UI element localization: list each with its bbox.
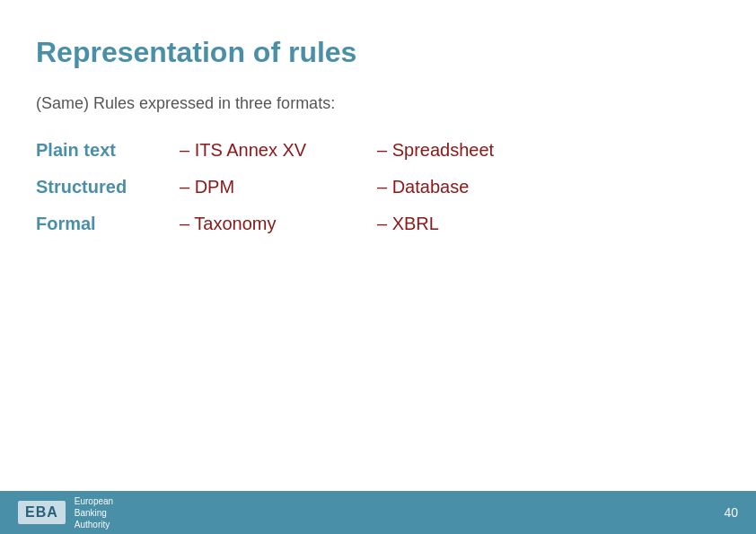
footer-org-text: European Banking Authority [75, 495, 113, 530]
row-3-col2: – XBRL [377, 214, 575, 234]
slide-title: Representation of rules [36, 36, 720, 69]
row-3-label: Formal [36, 214, 180, 234]
row-1-col2: – Spreadsheet [377, 140, 575, 161]
row-2-col1: – DPM [180, 177, 377, 197]
org-line1: European [75, 496, 113, 506]
org-line2: Banking [75, 508, 107, 518]
row-2-label: Structured [36, 177, 180, 197]
footer: EBA European Banking Authority 40 [0, 491, 756, 534]
org-line3: Authority [75, 520, 110, 530]
footer-logo: EBA European Banking Authority [18, 495, 113, 530]
eba-logo: EBA [18, 501, 66, 524]
row-2-col2: – Database [377, 177, 575, 197]
page-number: 40 [724, 505, 738, 520]
slide-subtitle: (Same) Rules expressed in three formats: [36, 94, 720, 113]
row-3-col1: – Taxonomy [180, 214, 377, 234]
row-1-label: Plain text [36, 140, 180, 161]
content-grid: Plain text – ITS Annex XV – Spreadsheet … [36, 140, 720, 234]
row-1-col1: – ITS Annex XV [180, 140, 377, 161]
slide-content: Representation of rules (Same) Rules exp… [0, 0, 756, 234]
